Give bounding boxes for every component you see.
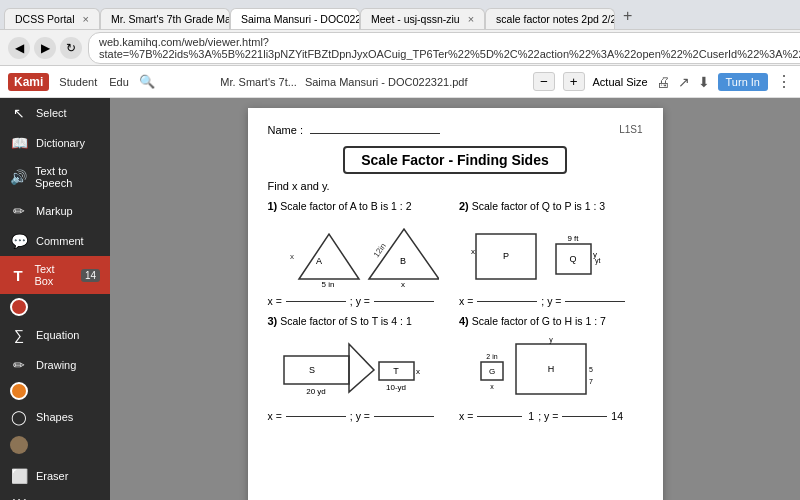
problem-4-x-blank[interactable] <box>477 416 522 417</box>
sidebar-item-tts[interactable]: 🔊 Text to Speech <box>0 158 110 196</box>
document-page: Name : Scale Factor - Finding Sides L1S1… <box>248 108 663 500</box>
problem-1-answer: x = ; y = <box>268 295 452 307</box>
kami-edu-menu[interactable]: Edu <box>109 76 129 88</box>
svg-text:Q: Q <box>569 254 576 264</box>
problem-1-desc: Scale factor of A to B is 1 : 2 <box>280 200 411 212</box>
sidebar: ↖ Select 📖 Dictionary 🔊 Text to Speech ✏… <box>0 98 110 500</box>
url-bar[interactable]: web.kamihq.com/web/viewer.html?state=%7B… <box>88 32 800 64</box>
color-brown-circle[interactable] <box>10 436 28 454</box>
find-xy-instruction: Find x and y. <box>268 180 643 192</box>
doc-full-name: Saima Mansuri - DOC022321.pdf <box>305 76 468 88</box>
sidebar-item-dictionary[interactable]: 📖 Dictionary <box>0 128 110 158</box>
problem-3-y-blank[interactable] <box>374 416 434 417</box>
problem-2-x-blank[interactable] <box>477 301 537 302</box>
problem-3-y-label: ; y = <box>350 410 370 422</box>
tab-scale-label: scale factor notes 2pd 2/23 -... <box>496 13 615 25</box>
color-orange-circle[interactable] <box>10 382 28 400</box>
comment-icon: 💬 <box>10 233 28 249</box>
refresh-button[interactable]: ↻ <box>60 37 82 59</box>
problem-1-label: 1) Scale factor of A to B is 1 : 2 <box>268 200 452 212</box>
problem-1: 1) Scale factor of A to B is 1 : 2 A x 5… <box>268 200 452 307</box>
problem-3-x-blank[interactable] <box>286 416 346 417</box>
problem-4-x-label: x = <box>459 410 473 422</box>
tab-meet-close[interactable]: × <box>468 13 474 25</box>
download-icon[interactable]: ⬇ <box>698 74 710 90</box>
problem-3-shapes: S 20 yd T 10-yd x <box>268 331 452 406</box>
problem-2-shapes: P x Q 9 ft y yt <box>459 216 643 291</box>
problem-4-y-value: 14 <box>611 410 623 422</box>
problem-4-y-blank[interactable] <box>562 416 607 417</box>
more-icon[interactable]: ⋮ <box>776 72 792 91</box>
tab-scale[interactable]: scale factor notes 2pd 2/23 -... × <box>485 8 615 29</box>
new-tab-button[interactable]: + <box>615 3 640 29</box>
triangles-ab-svg: A x 5 in B 12in x <box>279 219 439 289</box>
sidebar-item-equation[interactable]: ∑ Equation <box>0 320 110 350</box>
name-underline[interactable] <box>310 133 440 134</box>
svg-text:P: P <box>503 251 509 261</box>
sidebar-item-shapes[interactable]: ◯ Shapes <box>0 402 110 432</box>
document-title-area: Scale Factor - Finding Sides <box>268 146 643 174</box>
print-icon[interactable]: 🖨 <box>656 74 670 90</box>
sidebar-item-eraser[interactable]: ⬜ Eraser <box>0 461 110 491</box>
markup-icon: ✏ <box>10 203 28 219</box>
back-button[interactable]: ◀ <box>8 37 30 59</box>
sidebar-drawing-label: Drawing <box>36 359 76 371</box>
search-icon[interactable]: 🔍 <box>139 74 155 89</box>
problem-4-y-label: ; y = <box>538 410 558 422</box>
svg-text:20 yd: 20 yd <box>306 387 326 396</box>
svg-text:9 ft: 9 ft <box>567 234 579 243</box>
tab-meet[interactable]: Meet - usj-qssn-ziu × <box>360 8 485 29</box>
problem-3: 3) Scale factor of S to T is 4 : 1 S 20 … <box>268 315 452 422</box>
problem-2-x-label: x = <box>459 295 473 307</box>
tab-saima[interactable]: Saima Mansuri - DOC022321... × <box>230 8 360 29</box>
problem-3-label: 3) Scale factor of S to T is 4 : 1 <box>268 315 452 327</box>
problem-4-shapes: G 2 in x H y 5 7 <box>459 331 643 406</box>
zoom-label: Actual Size <box>593 76 648 88</box>
select-icon: ↖ <box>10 105 28 121</box>
svg-text:T: T <box>394 366 400 376</box>
svg-text:x: x <box>401 280 405 289</box>
zoom-in-button[interactable]: + <box>563 72 585 91</box>
problem-2-label: 2) Scale factor of Q to P is 1 : 3 <box>459 200 643 212</box>
problem-3-answer: x = ; y = <box>268 410 452 422</box>
problems-grid: 1) Scale factor of A to B is 1 : 2 A x 5… <box>268 200 643 422</box>
turn-in-button[interactable]: Turn In <box>718 73 768 91</box>
tab-saima-label: Saima Mansuri - DOC022321... <box>241 13 360 25</box>
share-icon[interactable]: ↗ <box>678 74 690 90</box>
problem-1-y-blank[interactable] <box>374 301 434 302</box>
sidebar-select-label: Select <box>36 107 67 119</box>
color-red-circle[interactable] <box>10 298 28 316</box>
problem-4-answer: x = 1 ; y = 14 <box>459 410 643 422</box>
tab-smart[interactable]: Mr. Smart's 7th Grade Math 2... × <box>100 8 230 29</box>
rects-st-svg: S 20 yd T 10-yd x <box>279 334 439 404</box>
sidebar-comment-label: Comment <box>36 235 84 247</box>
problem-4-one: 1 <box>528 410 534 422</box>
svg-text:2 in: 2 in <box>486 353 497 360</box>
font-size-indicator[interactable]: 14 <box>81 269 100 282</box>
sidebar-item-textbox[interactable]: T Text Box 14 <box>0 256 110 294</box>
svg-text:5: 5 <box>589 366 593 373</box>
problem-1-x-blank[interactable] <box>286 301 346 302</box>
sidebar-item-markup[interactable]: ✏ Markup <box>0 196 110 226</box>
sidebar-item-comment[interactable]: 💬 Comment <box>0 226 110 256</box>
problem-2-y-blank[interactable] <box>565 301 625 302</box>
sidebar-item-select[interactable]: ↖ Select <box>0 98 110 128</box>
svg-text:y: y <box>549 336 553 344</box>
kami-student-menu[interactable]: Student <box>59 76 97 88</box>
eraser-icon: ⬜ <box>10 468 28 484</box>
tab-dcss-close[interactable]: × <box>83 13 89 25</box>
forward-button[interactable]: ▶ <box>34 37 56 59</box>
sidebar-item-drawing[interactable]: ✏ Drawing <box>0 350 110 380</box>
svg-text:x: x <box>490 383 494 390</box>
tab-smart-label: Mr. Smart's 7th Grade Math 2... <box>111 13 230 25</box>
sidebar-markup-label: Markup <box>36 205 73 217</box>
zoom-out-button[interactable]: − <box>533 72 555 91</box>
problem-3-desc: Scale factor of S to T is 4 : 1 <box>280 315 412 327</box>
tab-dcss[interactable]: DCSS Portal × <box>4 8 100 29</box>
problem-2-y-label: ; y = <box>541 295 561 307</box>
textbox-icon: T <box>10 267 26 284</box>
svg-text:5 in: 5 in <box>322 280 335 289</box>
sidebar-item-addmedia[interactable]: 🖼 Add Media <box>0 491 110 500</box>
sidebar-dictionary-label: Dictionary <box>36 137 85 149</box>
name-field-row: Name : <box>268 124 643 136</box>
